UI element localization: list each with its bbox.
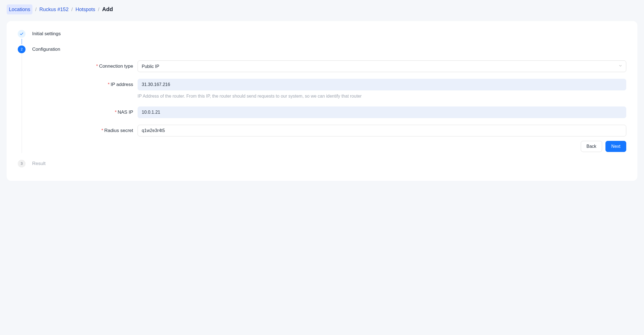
step-title-configuration: Configuration — [32, 46, 626, 53]
field-radius-secret: *Radius secret — [32, 125, 626, 136]
label-ip-address: *IP address — [32, 79, 138, 88]
step-result: 3 Result — [18, 160, 626, 168]
connection-type-value: Public IP — [142, 63, 159, 70]
breadcrumb-separator: / — [98, 6, 99, 13]
back-button[interactable]: Back — [581, 141, 602, 152]
configuration-form: *Connection type Public IP — [32, 60, 626, 152]
label-nas-ip: *NAS IP — [32, 106, 138, 116]
step-number-icon: 2 — [18, 45, 26, 53]
field-nas-ip: *NAS IP — [32, 106, 626, 118]
breadcrumb-current: Add — [102, 5, 113, 14]
next-button[interactable]: Next — [605, 141, 626, 152]
step-title-result: Result — [32, 160, 626, 167]
step-connector — [22, 53, 22, 153]
step-number-icon: 3 — [18, 160, 26, 168]
required-marker: * — [101, 128, 103, 133]
form-card: Initial settings 2 Configuration *Connec… — [7, 21, 637, 181]
step-initial-settings[interactable]: Initial settings — [18, 30, 626, 45]
breadcrumb: Locations / Ruckus #152 / Hotspots / Add — [7, 4, 637, 14]
chevron-down-icon — [619, 64, 622, 69]
required-marker: * — [108, 82, 110, 87]
label-radius-secret: *Radius secret — [32, 125, 138, 134]
form-actions: Back Next — [32, 141, 626, 152]
radius-secret-input[interactable] — [138, 125, 626, 136]
field-connection-type: *Connection type Public IP — [32, 60, 626, 72]
required-marker: * — [115, 110, 117, 115]
step-configuration: 2 Configuration *Connection type Public … — [18, 45, 626, 158]
ip-address-help: IP Address of the router. From this IP, … — [138, 93, 626, 100]
breadcrumb-separator: / — [35, 6, 37, 13]
breadcrumb-locations[interactable]: Locations — [7, 4, 32, 14]
breadcrumb-ruckus[interactable]: Ruckus #152 — [39, 6, 69, 13]
breadcrumb-separator: / — [71, 6, 73, 13]
connection-type-select[interactable]: Public IP — [138, 60, 626, 72]
breadcrumb-hotspots[interactable]: Hotspots — [75, 6, 95, 13]
label-connection-type: *Connection type — [32, 60, 138, 70]
ip-address-input[interactable] — [138, 79, 626, 90]
check-icon — [18, 30, 26, 38]
required-marker: * — [96, 64, 98, 69]
step-connector — [22, 39, 22, 44]
step-title-initial: Initial settings — [32, 31, 626, 37]
nas-ip-input[interactable] — [138, 106, 626, 118]
field-ip-address: *IP address IP Address of the router. Fr… — [32, 79, 626, 100]
